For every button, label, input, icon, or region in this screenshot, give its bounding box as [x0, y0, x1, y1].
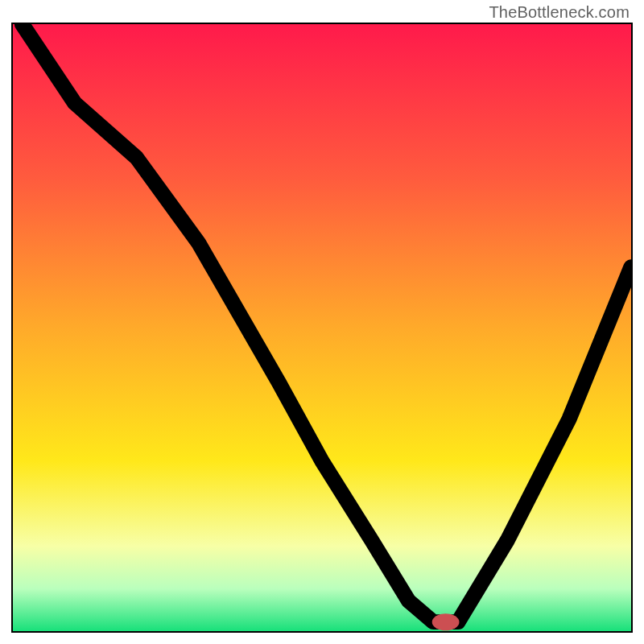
optimal-point-marker	[432, 613, 460, 630]
bottleneck-curve-path	[23, 24, 631, 622]
watermark-text: TheBottleneck.com	[489, 3, 630, 22]
chart-stage: TheBottleneck.com	[0, 0, 644, 644]
bottleneck-line-plot	[13, 24, 631, 631]
plot-area	[11, 23, 633, 633]
